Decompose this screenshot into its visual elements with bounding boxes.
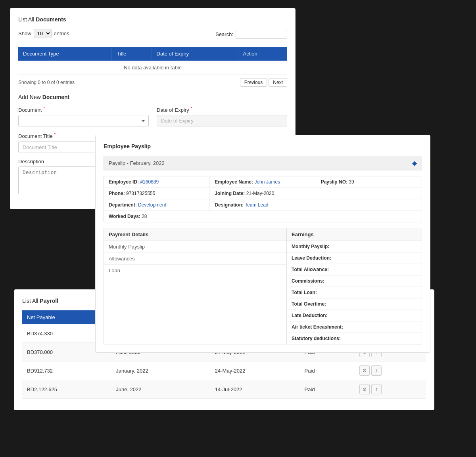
date-expiry-group: Date of Expiry * Date of Expiry xyxy=(157,106,287,126)
table-footer: Showing 0 to 0 of 0 entries Previous Nex… xyxy=(18,78,287,87)
table-row: BD912.732 January, 2022 24-May-2022 Paid… xyxy=(22,361,426,380)
action-cell: ⊙ ↑ xyxy=(355,380,426,399)
action-cell: ⊙ ↑ xyxy=(355,361,426,380)
add-doc-row1: Document * Date of Expiry * Date of Expi… xyxy=(18,106,287,126)
show-label: Show xyxy=(18,31,31,36)
department-cell: Department: Development xyxy=(104,199,210,210)
action-buttons: ⊙ ↑ xyxy=(359,365,421,376)
payment-section: Payment Details Monthly Payslip Allowanc… xyxy=(104,228,422,344)
employee-id-cell: Employee ID: #160689 xyxy=(104,176,210,187)
earning-leave-deduction: Leave Deduction: xyxy=(287,252,422,264)
payslip-no-cell: Payslip NO: 39 xyxy=(316,176,422,187)
employee-name-cell: Employee Name: John James xyxy=(210,176,316,187)
payslip-period-bar: Payslip - February, 2022 ◆ xyxy=(104,156,422,170)
pagination: Previous Next xyxy=(240,78,287,87)
net-payable-cell: BD912.732 xyxy=(22,361,111,380)
search-row: Search: xyxy=(215,30,287,39)
salary-month-cell: June, 2022 xyxy=(111,380,210,399)
documents-panel-title: List All Documents xyxy=(18,16,287,23)
no-data-row: No data available in table xyxy=(18,61,287,75)
joining-date-cell: Joining Date: 21-May-2020 xyxy=(210,188,316,199)
payment-item-loan: Loan xyxy=(104,265,286,276)
earning-late-deduction: Late Deduction: xyxy=(287,310,422,321)
document-select-group: Document * xyxy=(18,106,149,126)
required-marker: * xyxy=(43,106,45,111)
date-expiry-input[interactable]: Date of Expiry xyxy=(157,115,287,126)
empty-cell-2 xyxy=(316,199,422,210)
upload-button[interactable]: ↑ xyxy=(371,384,382,394)
earning-air-ticket: Air ticket Encashment: xyxy=(287,321,422,333)
required-marker2: * xyxy=(190,106,192,111)
show-entries-row: Show 10 25 50 entries xyxy=(18,29,69,38)
payment-details-left: Payment Details Monthly Payslip Allowanc… xyxy=(104,228,287,344)
col-title: Title xyxy=(112,47,152,61)
designation-cell: Designation: Team Lead xyxy=(210,199,316,210)
info-row-4: Worked Days: 28 xyxy=(104,211,422,222)
payment-details-title: Payment Details xyxy=(104,228,286,241)
required-marker3: * xyxy=(54,132,56,137)
view-button[interactable]: ⊙ xyxy=(359,384,370,394)
earning-commissions: Commissions: xyxy=(287,275,422,287)
earnings-title: Earnings xyxy=(287,228,422,241)
employee-info-grid: Employee ID: #160689 Employee Name: John… xyxy=(104,176,422,222)
next-button[interactable]: Next xyxy=(269,78,287,87)
status-badge: Paid xyxy=(300,380,355,399)
no-data-text: No data available in table xyxy=(18,61,287,75)
payslip-title: Employee Payslip xyxy=(104,143,422,149)
upload-button[interactable]: ↑ xyxy=(371,365,382,376)
add-new-section-title: Add New Document xyxy=(18,94,287,100)
entries-label: entries xyxy=(54,31,69,36)
earning-statutory: Statutory deductions: xyxy=(287,333,422,344)
document-label: Document * xyxy=(18,106,149,113)
action-buttons: ⊙ ↑ xyxy=(359,384,421,394)
search-label: Search: xyxy=(215,31,233,37)
payment-item-monthly: Monthly Payslip xyxy=(104,241,286,253)
payslip-panel: Employee Payslip Payslip - February, 202… xyxy=(95,135,430,353)
col-action: Action xyxy=(238,47,287,61)
showing-text: Showing 0 to 0 of 0 entries xyxy=(18,80,75,85)
table-row: BD2,122.625 June, 2022 14-Jul-2022 Paid … xyxy=(22,380,426,399)
empty-cell-1 xyxy=(316,188,422,199)
status-badge: Paid xyxy=(300,361,355,380)
phone-cell: Phone: 97317325555 xyxy=(104,188,210,199)
prev-button[interactable]: Previous xyxy=(240,78,267,87)
payroll-date-cell: 14-Jul-2022 xyxy=(210,380,300,399)
earning-total-loan: Total Loan: xyxy=(287,287,422,298)
worked-days-cell: Worked Days: 28 xyxy=(104,211,422,222)
entries-select[interactable]: 10 25 50 xyxy=(34,29,52,38)
table-controls: Show 10 25 50 entries Search: xyxy=(18,29,287,43)
earning-monthly-payslip: Monthly Payslip: xyxy=(287,241,422,252)
col-date-of-expiry: Date of Expiry xyxy=(152,47,238,61)
payment-item-allowances: Allowances xyxy=(104,253,286,265)
earnings-section: Earnings Monthly Payslip: Leave Deductio… xyxy=(287,228,422,344)
search-input[interactable] xyxy=(236,30,287,39)
info-row-3: Department: Development Designation: Tea… xyxy=(104,199,422,211)
payslip-collapse-icon[interactable]: ◆ xyxy=(412,159,417,167)
view-button[interactable]: ⊙ xyxy=(359,365,370,376)
payroll-date-cell: 24-May-2022 xyxy=(210,361,300,380)
table-header-row: Document Type Title Date of Expiry Actio… xyxy=(18,47,287,61)
earning-total-allowance: Total Allowance: xyxy=(287,264,422,275)
salary-month-cell: January, 2022 xyxy=(111,361,210,380)
date-expiry-label: Date of Expiry * xyxy=(157,106,287,113)
earning-total-overtime: Total Overtime: xyxy=(287,298,422,310)
net-payable-cell: BD2,122.625 xyxy=(22,380,111,399)
info-row-1: Employee ID: #160689 Employee Name: John… xyxy=(104,176,422,188)
info-row-2: Phone: 97317325555 Joining Date: 21-May-… xyxy=(104,188,422,199)
col-document-type: Document Type xyxy=(18,47,112,61)
documents-table: Document Type Title Date of Expiry Actio… xyxy=(18,47,287,75)
document-select[interactable] xyxy=(18,115,149,126)
payslip-period: Payslip - February, 2022 xyxy=(109,160,165,166)
